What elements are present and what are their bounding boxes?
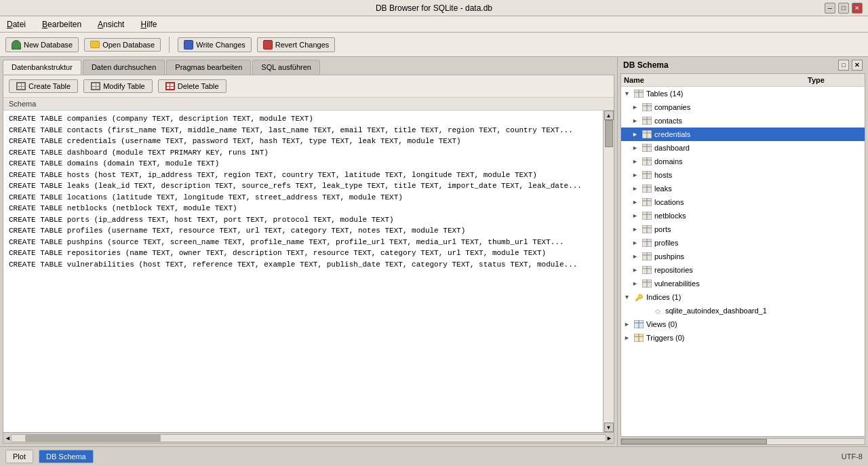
indices-icon: 🔑 <box>633 292 644 302</box>
toolbar-separator <box>169 37 170 53</box>
tab-daten-durchsuchen[interactable]: Daten durchsuchen <box>83 60 165 75</box>
companies-label: companies <box>654 103 690 111</box>
db-schema-panel: DB Schema □ ✕ Name Type ▼ Tables (14) <box>617 57 868 446</box>
schema-container: Schema CREATE TABLE companies (company T… <box>3 98 614 443</box>
tree-type-header: Type <box>808 76 862 84</box>
status-bar: UTF-8 <box>842 452 863 461</box>
tree-table-domains[interactable]: ► domains <box>621 155 865 168</box>
close-button[interactable]: ✕ <box>852 3 863 14</box>
main: Datenbankstruktur Daten durchsuchen Prag… <box>0 57 868 446</box>
new-database-button[interactable]: New Database <box>5 37 79 52</box>
horizontal-scrollbar[interactable]: ◄ ► <box>3 432 614 443</box>
open-database-button[interactable]: Open Database <box>84 38 161 52</box>
tables-expand-arrow: ▼ <box>624 90 632 97</box>
maximize-button[interactable]: □ <box>838 3 849 14</box>
tree-tables-group[interactable]: ▼ Tables (14) <box>621 87 865 100</box>
delete-table-button[interactable]: Delete Table <box>158 79 226 93</box>
tab-datenbankstruktur[interactable]: Datenbankstruktur <box>3 60 81 75</box>
schema-line: CREATE TABLE hosts (host TEXT, ip_addres… <box>9 170 597 181</box>
tree-table-contacts[interactable]: ► contacts <box>621 114 865 128</box>
tree-table-netblocks[interactable]: ► netblocks <box>621 209 865 222</box>
revert-icon <box>263 40 273 50</box>
menu-ansicht[interactable]: Ansicht <box>95 19 127 30</box>
scroll-track[interactable] <box>605 120 613 423</box>
autoindex-label: sqlite_autoindex_dashboard_1 <box>665 307 767 315</box>
indices-label: Indices (1) <box>646 293 681 301</box>
db-schema-hscroll[interactable] <box>620 437 865 446</box>
write-changes-button[interactable]: Write Changes <box>178 37 252 52</box>
hscroll-left-button[interactable]: ◄ <box>5 435 11 442</box>
tree-table-hosts[interactable]: ► hosts <box>621 168 865 182</box>
hscroll-right-button[interactable]: ► <box>606 435 612 442</box>
titlebar: DB Browser for SQLite - data.db ─ □ ✕ <box>0 0 868 16</box>
vertical-scrollbar[interactable]: ▲ ▼ <box>603 111 614 432</box>
tree-table-repositories[interactable]: ► repositories <box>621 263 865 277</box>
profiles-icon <box>642 238 652 248</box>
tree-table-ports[interactable]: ► ports <box>621 222 865 236</box>
tree-table-dashboard[interactable]: ► dashboard <box>621 141 865 155</box>
modify-table-button[interactable]: Modify Table <box>83 79 153 93</box>
tree-table-companies[interactable]: ► companies <box>621 100 865 114</box>
create-table-button[interactable]: Create Table <box>9 79 78 93</box>
db-schema-tree: Name Type ▼ Tables (14) ► companies <box>620 73 865 437</box>
autoindex-icon: ◇ <box>652 306 663 315</box>
hscroll-thumb[interactable] <box>25 435 161 442</box>
tree-name-header: Name <box>624 76 808 84</box>
repositories-icon <box>642 265 652 275</box>
indices-expand-arrow: ▼ <box>624 294 632 300</box>
revert-changes-button[interactable]: Revert Changes <box>257 37 336 52</box>
tree-views-group[interactable]: ► Views (0) <box>621 317 865 331</box>
tree-table-profiles[interactable]: ► profiles <box>621 236 865 250</box>
views-expand-arrow: ► <box>624 321 632 328</box>
scroll-up-button[interactable]: ▲ <box>604 111 614 120</box>
schema-text[interactable]: CREATE TABLE companies (company TEXT, de… <box>3 111 603 432</box>
db-schema-tab[interactable]: DB Schema <box>39 450 94 463</box>
contacts-label: contacts <box>654 117 682 125</box>
triggers-label: Triggers (0) <box>646 334 684 342</box>
minimize-button[interactable]: ─ <box>825 3 835 14</box>
action-buttons: Create Table Modify Table Delete Table <box>3 75 614 98</box>
schema-line: CREATE TABLE profiles (username TEXT, re… <box>9 225 597 237</box>
db-schema-hscroll-thumb[interactable] <box>621 439 767 444</box>
tree-table-vulnerabilities[interactable]: ► vulnerabilities <box>621 277 865 290</box>
db-schema-close-button[interactable]: ✕ <box>852 60 863 71</box>
netblocks-icon <box>642 211 652 220</box>
window-controls: ─ □ ✕ <box>825 3 863 14</box>
schema-line: CREATE TABLE pushpins (source TEXT, scre… <box>9 237 597 248</box>
scroll-down-button[interactable]: ▼ <box>604 423 614 432</box>
tab-sql-ausfuehren[interactable]: SQL ausführen <box>252 60 320 75</box>
hscroll-track[interactable] <box>11 434 606 442</box>
tables-label: Tables (14) <box>646 90 683 98</box>
scroll-thumb[interactable] <box>605 120 613 147</box>
tree-triggers-group[interactable]: ► Triggers (0) <box>621 331 865 345</box>
schema-line: CREATE TABLE vulnerabilities (host TEXT,… <box>9 259 597 271</box>
domains-icon <box>642 157 652 166</box>
schema-line: CREATE TABLE netblocks (netblock TEXT, m… <box>9 203 597 214</box>
tab-pragmas-bearbeiten[interactable]: Pragmas bearbeiten <box>166 60 251 75</box>
tree-table-pushpins[interactable]: ► pushpins <box>621 250 865 263</box>
pushpins-icon <box>642 252 652 261</box>
hosts-icon <box>642 170 652 180</box>
modify-table-icon <box>91 82 100 90</box>
tab-bar: Datenbankstruktur Daten durchsuchen Prag… <box>0 57 617 75</box>
tree-table-credentials[interactable]: ► credentials <box>621 128 865 141</box>
schema-line: CREATE TABLE repositories (name TEXT, ow… <box>9 248 597 259</box>
tree-index-autoindex[interactable]: ◇ sqlite_autoindex_dashboard_1 <box>621 304 865 317</box>
menu-datei[interactable]: Datei <box>4 19 28 30</box>
tree-indices-group[interactable]: ▼ 🔑 Indices (1) <box>621 290 865 304</box>
contacts-expand-arrow: ► <box>632 117 640 124</box>
plot-tab[interactable]: Plot <box>5 450 33 463</box>
content-area: Create Table Modify Table Delete Table <box>3 75 614 444</box>
credentials-label: credentials <box>654 130 690 138</box>
vulnerabilities-icon <box>642 279 652 288</box>
menu-hilfe[interactable]: Hilfe <box>138 19 159 30</box>
menu-bearbeiten[interactable]: Bearbeiten <box>39 19 84 30</box>
db-schema-controls: □ ✕ <box>838 60 863 71</box>
credentials-expand-arrow: ► <box>632 131 640 138</box>
dashboard-icon <box>642 143 652 153</box>
views-icon <box>633 319 644 329</box>
companies-expand-arrow: ► <box>632 104 640 111</box>
db-schema-undock-button[interactable]: □ <box>838 60 849 71</box>
tree-table-leaks[interactable]: ► leaks <box>621 182 865 195</box>
tree-table-locations[interactable]: ► locations <box>621 195 865 209</box>
